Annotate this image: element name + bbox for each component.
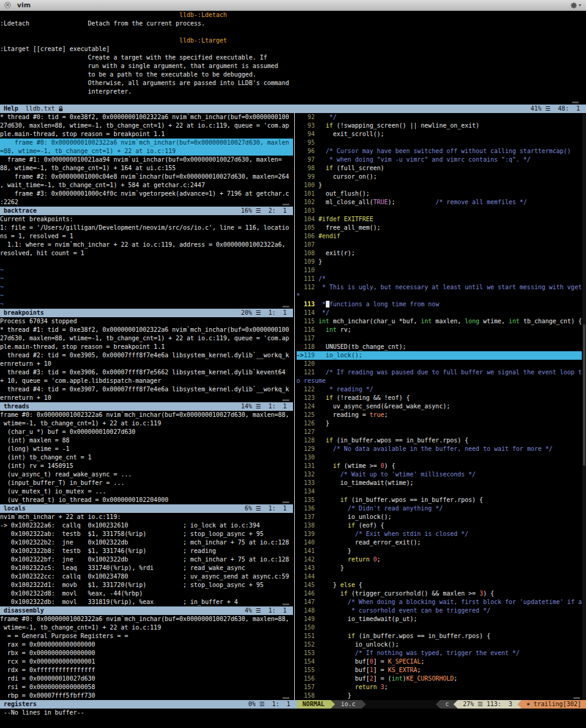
- buffer-line[interactable]: (uv_mutex_t) io_mutex = ...: [0, 487, 293, 496]
- source-line[interactable]: 138 if (eof) {: [297, 521, 582, 530]
- buffer-line[interactable]: 1: file = '/Users/gilligan/Development/n…: [0, 224, 293, 232]
- buffer-line[interactable]: [0, 96, 586, 105]
- buffer-line[interactable]: resolved, hit count = 1: [0, 249, 293, 258]
- source-line[interactable]: 128 if (in_buffer.wpos == in_buffer.rpos…: [297, 436, 582, 445]
- buffer-line[interactable]: run with a single argument, that argumen…: [0, 62, 586, 70]
- source-line[interactable]: 126 }: [297, 419, 582, 428]
- buffer-line[interactable]: nvim`mch_inchar + 22 at io.c:119:: [0, 513, 293, 521]
- buffer-line[interactable]: 0x1002322db: movl 331819(%rip), %eax ; i…: [0, 598, 293, 606]
- buffer-line[interactable]: (int) tb_change_cnt = 1: [0, 453, 293, 462]
- source-pane[interactable]: 92 */ 93 if (!swapping_screen() || newli…: [297, 113, 582, 700]
- source-line[interactable]: 152 io_unlock();: [297, 640, 582, 649]
- source-line[interactable]: 156 buf[2] = (int)KE_CURSORHOLD;: [297, 675, 582, 683]
- buffer-line[interactable]: frame #2: 0x00000001000c04e8 nvim`inchar…: [0, 173, 293, 181]
- buffer-line[interactable]: thread #3: tid = 0xe3906, 0x00007fff8f7e…: [0, 368, 293, 377]
- source-line[interactable]: 158 }: [297, 692, 582, 700]
- buffer-line[interactable]: , wait_time=-1, tb_change_cnt=1) + 584 a…: [0, 181, 293, 190]
- source-line[interactable]: ->119 io_lock();: [297, 351, 582, 360]
- source-line[interactable]: 153 /* If nothing was typed, trigger the…: [297, 649, 582, 658]
- buffer-line[interactable]: rcx = 0x0000000000000001: [0, 658, 293, 666]
- buffer-line[interactable]: (int) maxlen = 88: [0, 436, 293, 445]
- buffer-line[interactable]: rdx = 0xffffffffffffffff: [0, 666, 293, 675]
- buffer-line[interactable]: ~: [0, 283, 293, 292]
- buffer-line[interactable]: frame #0: 0x00000001002322a6 nvim`mch_in…: [0, 615, 293, 623]
- buffer-line[interactable]: + 10, queue = 'com.apple.libdispatch-man…: [0, 377, 293, 385]
- threads-statusline[interactable]: threads14% ☰ 1: 1: [0, 402, 293, 411]
- source-line[interactable]: 141 }: [297, 547, 582, 555]
- buffer-line[interactable]: thread #4: tid = 0xe3907, 0x00007fff8f7e…: [0, 385, 293, 394]
- locals-statusline[interactable]: locals6% ☰ 1: 1: [0, 504, 293, 513]
- source-line[interactable]: 149 io_timedwait(p_ut);: [297, 615, 582, 623]
- buffer-line[interactable]: (input_buffer_T) in_buffer = ...: [0, 479, 293, 487]
- buffer-line[interactable]: lldb-:Ldetach: [0, 11, 586, 19]
- buffer-line[interactable]: 88, wtime=-1, tb_change_cnt=1) + 164 at …: [0, 164, 293, 173]
- buffer-line[interactable]: = = General Purpose Registers = =: [0, 632, 293, 640]
- source-line[interactable]: 108 exit(r);: [297, 249, 582, 258]
- source-line[interactable]: 121 /* If reading was paused due to full…: [297, 368, 582, 377]
- buffer-line[interactable]: 0x1002322b2: jne 0x1002322db ; mch_incha…: [0, 538, 293, 547]
- source-line[interactable]: 139 /* Exit when stdin is closed */: [297, 530, 582, 538]
- source-line[interactable]: 147 /* When doing a blocking wait, first…: [297, 598, 582, 606]
- buffer-line[interactable]: 27d630, maxlen=88, wtime=-1, tb_change_c…: [0, 334, 293, 343]
- source-line[interactable]: 133 io_timedwait(wtime);: [297, 479, 582, 487]
- buffer-line[interactable]: rax = 0x0000000000000000: [0, 640, 293, 649]
- source-line[interactable]: 124 uv_async_send(&read_wake_async);: [297, 402, 582, 411]
- source-line[interactable]: 145 } else {: [297, 581, 582, 589]
- buffer-line[interactable]: Create a target with the specified execu…: [0, 53, 586, 62]
- source-line[interactable]: 130: [297, 453, 582, 462]
- source-line[interactable]: 148 * cursorhold event can be triggered …: [297, 606, 582, 615]
- source-line[interactable]: 129 /* No data available in the buffer, …: [297, 445, 582, 453]
- buffer-line[interactable]: 27d630, maxlen=88, wtime=-1, tb_change_c…: [0, 122, 293, 130]
- buffer-line[interactable]: 0x1002322d1: movb $1, 331720(%rip) ; sto…: [0, 581, 293, 589]
- source-line[interactable]: 142 return 0;: [297, 555, 582, 564]
- source-line[interactable]: 94 exit_scroll();: [297, 130, 582, 139]
- buffer-line[interactable]: ~: [0, 266, 293, 275]
- buffer-line[interactable]: 1.1: where = nvim`mch_inchar + 22 at io.…: [0, 241, 293, 249]
- command-line[interactable]: --No lines in buffer--: [0, 709, 586, 717]
- source-line[interactable]: 117: [297, 334, 582, 343]
- source-line[interactable]: o resume: [297, 377, 582, 385]
- source-scrollbar[interactable]: [582, 113, 586, 700]
- buffer-line[interactable]: :Ldetach Detach from the current process…: [0, 19, 586, 28]
- buffer-line[interactable]: [0, 28, 586, 36]
- help-statusline[interactable]: Help lldb.txt 41% ☰ 48: 1: [0, 105, 586, 113]
- buffer-line[interactable]: 0x1002322ab: testb $1, 331758(%rip) ; st…: [0, 530, 293, 538]
- buffer-line[interactable]: 0x1002322c5: leaq 331740(%rip), %rdi ; r…: [0, 564, 293, 572]
- source-line[interactable]: 95: [297, 139, 582, 147]
- dropdown-caret-icon[interactable]: ▾: [579, 1, 581, 10]
- source-line[interactable]: 151 if (in_buffer.wpos == in_buffer.rpos…: [297, 632, 582, 640]
- buffer-line[interactable]: 0x1002322cc: callq 0x100234780 ; uv_asyn…: [0, 572, 293, 581]
- buffer-line[interactable]: :Ltarget [[create] executable]: [0, 45, 586, 53]
- buffer-line[interactable]: frame #0: 0x00000001002322a6 nvim`mch_in…: [0, 411, 293, 419]
- source-line[interactable]: 111/*: [297, 275, 582, 283]
- registers-statusline[interactable]: registers 0% ☰ 1: 1: [0, 700, 297, 709]
- source-line[interactable]: 120: [297, 360, 582, 368]
- breakpoints-statusline[interactable]: breakpoints20% ☰ 1: 1: [0, 309, 293, 317]
- source-line[interactable]: 107: [297, 241, 582, 249]
- buffer-line[interactable]: ~: [0, 275, 293, 283]
- source-line[interactable]: 140 read_error_exit();: [297, 538, 582, 547]
- source-line[interactable]: 150: [297, 623, 582, 632]
- source-line[interactable]: 122 * reading */: [297, 385, 582, 394]
- source-line[interactable]: 131 if (wtime >= 0) {: [297, 462, 582, 470]
- buffer-line[interactable]: Current breakpoints:: [0, 215, 293, 224]
- buffer-line[interactable]: wtime=-1, tb_change_cnt=1) + 22 at io.c:…: [0, 419, 293, 428]
- buffer-line[interactable]: ernreturn + 10: [0, 360, 293, 368]
- source-line[interactable]: 109}: [297, 258, 582, 266]
- disassembly-pane[interactable]: nvim`mch_inchar + 22 at io.c:119:-> 0x10…: [0, 513, 293, 606]
- buffer-line[interactable]: (uv_thread_t) io_thread = 0x000000010220…: [0, 496, 293, 504]
- source-line[interactable]: 97 * when doing "vim -u vimrc" and vimrc…: [297, 156, 582, 164]
- buffer-line[interactable]: rdi = 0x000000010027d630: [0, 675, 293, 683]
- source-line[interactable]: 135 if (in_buffer.wpos == in_buffer.rpos…: [297, 496, 582, 504]
- buffer-line[interactable]: thread #2: tid = 0xe3905, 0x00007fff8f7e…: [0, 351, 293, 360]
- buffer-line[interactable]: ple.main-thread, stop reason = breakpoin…: [0, 130, 293, 139]
- buffer-line[interactable]: rbp = 0x00007fff5fbff730: [0, 692, 293, 700]
- buffer-line[interactable]: (long) wtime = -1: [0, 445, 293, 453]
- source-line[interactable]: 96 /* Cursor may have been switched off …: [297, 147, 582, 156]
- source-line[interactable]: 100}: [297, 181, 582, 190]
- backtrace-pane[interactable]: * thread #0: tid = 0xe38f2, 0x0000000100…: [0, 113, 293, 207]
- scrollbar-thumb[interactable]: [583, 325, 585, 465]
- buffer-line[interactable]: :2262: [0, 198, 293, 207]
- source-line[interactable]: 146 if (trigger_cursorhold() && maxlen >…: [297, 589, 582, 598]
- registers-pane[interactable]: frame #0: 0x00000001002322a6 nvim`mch_in…: [0, 615, 293, 700]
